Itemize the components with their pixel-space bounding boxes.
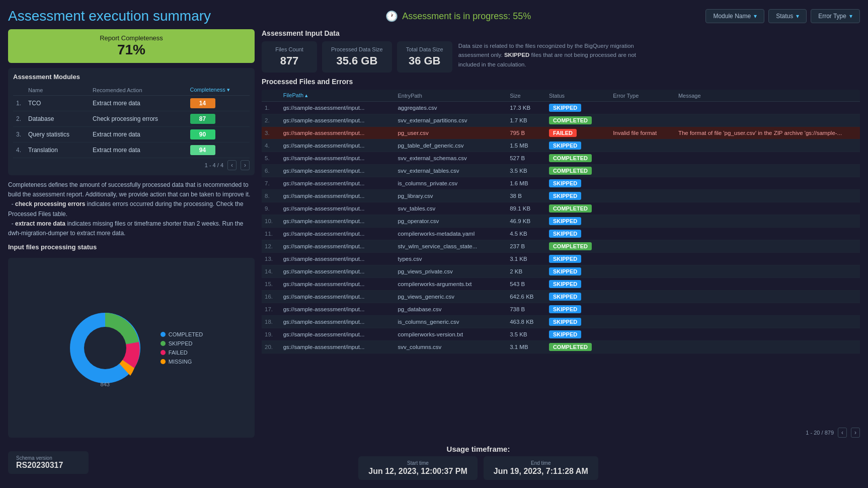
row-status: SKIPPED xyxy=(546,291,610,303)
assessment-input-title: Assessment Input Data xyxy=(262,29,860,37)
data-cards: Files Count 877 Processed Data Size 35.6… xyxy=(262,41,452,73)
row-error-type xyxy=(610,228,675,240)
table-row: 7. gs://sample-assessment/input... is_co… xyxy=(262,177,860,190)
row-message: The format of file 'pg_user.csv' in the … xyxy=(675,127,860,140)
row-entry: aggregates.csv xyxy=(394,102,507,114)
files-table-footer: 1 - 20 / 879 ‹ › xyxy=(262,426,860,438)
col-completeness[interactable]: Completeness ▾ xyxy=(187,85,250,96)
modules-next-button[interactable]: › xyxy=(241,160,250,170)
skipped-label: SKIPPED xyxy=(169,340,193,346)
pie-chart-section: 843 COMPLETED SKIPPED FAILED xyxy=(8,258,255,438)
module-row: 1. TCO Extract more data 14 xyxy=(13,96,250,111)
module-row: 3. Query statistics Extract more data 90 xyxy=(13,127,250,143)
table-row: 6. gs://sample-assessment/input... svv_e… xyxy=(262,165,860,177)
header-buttons: Module Name ▾ Status ▾ Error Type ▾ xyxy=(705,9,860,23)
row-size: 4.5 KB xyxy=(507,228,546,240)
row-status: SKIPPED xyxy=(546,303,610,316)
row-size: 2 KB xyxy=(507,265,546,278)
row-entry: is_columns_private.csv xyxy=(394,177,507,190)
status-badge: COMPLETED xyxy=(549,154,592,162)
module-name-button[interactable]: Module Name ▾ xyxy=(705,9,764,23)
input-status-title: Input files processing status xyxy=(8,243,255,251)
row-entry: svv_columns.csv xyxy=(394,341,507,354)
row-error-type xyxy=(610,278,675,291)
status-badge: SKIPPED xyxy=(549,255,581,263)
module-action: Extract more data xyxy=(90,127,187,143)
row-error-type xyxy=(610,303,675,316)
table-row: 11. gs://sample-assessment/input... comp… xyxy=(262,228,860,240)
module-completeness: 90 xyxy=(190,129,215,140)
status-badge: COMPLETED xyxy=(549,167,592,175)
row-filepath: gs://sample-assessment/input... xyxy=(280,177,395,190)
pie-legend: COMPLETED SKIPPED FAILED MISSING xyxy=(161,331,203,365)
row-message xyxy=(675,114,860,127)
processed-files-title: Processed Files and Errors xyxy=(262,78,860,86)
row-filepath: gs://sample-assessment/input... xyxy=(280,190,395,202)
module-completeness: 87 xyxy=(190,114,215,124)
table-row: 10. gs://sample-assessment/input... pg_o… xyxy=(262,215,860,228)
row-size: 1.6 MB xyxy=(507,177,546,190)
table-row: 2. gs://sample-assessment/input... svv_e… xyxy=(262,114,860,127)
row-message xyxy=(675,303,860,316)
row-size: 3.5 KB xyxy=(507,328,546,341)
error-type-button[interactable]: Error Type ▾ xyxy=(811,9,860,23)
table-row: 8. gs://sample-assessment/input... pg_li… xyxy=(262,190,860,202)
table-row: 9. gs://sample-assessment/input... svv_t… xyxy=(262,202,860,215)
row-size: 17.3 KB xyxy=(507,102,546,114)
col-filepath[interactable]: FilePath ▴ xyxy=(280,90,395,102)
files-prev-button[interactable]: ‹ xyxy=(838,428,847,438)
status-button[interactable]: Status ▾ xyxy=(768,9,807,23)
row-filepath: gs://sample-assessment/input... xyxy=(280,228,395,240)
row-filepath: gs://sample-assessment/input... xyxy=(280,303,395,316)
row-message xyxy=(675,316,860,328)
legend-missing: MISSING xyxy=(161,359,203,365)
row-entry: pg_table_def_generic.csv xyxy=(394,140,507,152)
status-badge: SKIPPED xyxy=(549,230,581,238)
row-num: 17. xyxy=(262,303,280,316)
modules-prev-button[interactable]: ‹ xyxy=(227,160,236,170)
status-arrow-icon: ▾ xyxy=(796,13,799,20)
svg-point-1 xyxy=(84,327,126,369)
row-status: COMPLETED xyxy=(546,152,610,165)
row-message xyxy=(675,328,860,341)
completed-label: COMPLETED xyxy=(169,331,203,337)
row-entry: pg_operator.csv xyxy=(394,215,507,228)
row-message xyxy=(675,341,860,354)
left-panel: Report Completeness 71% Assessment Modul… xyxy=(8,29,255,438)
files-next-button[interactable]: › xyxy=(851,428,860,438)
end-time-value: Jun 19, 2023, 7:11:28 AM xyxy=(494,467,588,476)
assessment-input-section: Assessment Input Data Files Count 877 Pr… xyxy=(262,29,860,73)
row-message xyxy=(675,253,860,265)
row-size: 89.1 KB xyxy=(507,202,546,215)
row-filepath: gs://sample-assessment/input... xyxy=(280,127,395,140)
row-status: SKIPPED xyxy=(546,177,610,190)
row-size: 38 B xyxy=(507,190,546,202)
schema-label: Schema version xyxy=(16,455,81,461)
module-name: TCO xyxy=(25,96,90,111)
table-row: 19. gs://sample-assessment/input... comp… xyxy=(262,328,860,341)
status-badge: SKIPPED xyxy=(549,267,581,275)
clock-icon: 🕐 xyxy=(385,10,398,22)
row-filepath: gs://sample-assessment/input... xyxy=(280,152,395,165)
assessment-modules-title: Assessment Modules xyxy=(13,73,250,81)
schema-value: RS20230317 xyxy=(16,461,81,470)
col-name: Name xyxy=(25,85,90,96)
row-filepath: gs://sample-assessment/input... xyxy=(280,328,395,341)
row-status: SKIPPED xyxy=(546,316,610,328)
failed-label: FAILED xyxy=(169,350,188,356)
module-num: 3. xyxy=(13,127,25,143)
desc-paragraph-2: - check processing errors indicates erro… xyxy=(8,199,255,219)
status-badge: SKIPPED xyxy=(549,318,581,326)
page-title: Assessment execution summary xyxy=(8,8,211,24)
files-table-wrapper[interactable]: FilePath ▴ EntryPath Size Status Error T… xyxy=(262,90,860,426)
row-num: 20. xyxy=(262,341,280,354)
module-completeness: 14 xyxy=(190,98,215,108)
report-completeness-value: 71% xyxy=(16,42,247,58)
row-status: COMPLETED xyxy=(546,341,610,354)
missing-label: MISSING xyxy=(169,359,192,365)
end-time-label: End time xyxy=(494,460,588,466)
module-num: 4. xyxy=(13,143,25,158)
row-error-type xyxy=(610,114,675,127)
start-time-card: Start time Jun 12, 2023, 12:00:37 PM xyxy=(358,456,478,480)
header: Assessment execution summary 🕐 Assessmen… xyxy=(8,8,860,24)
